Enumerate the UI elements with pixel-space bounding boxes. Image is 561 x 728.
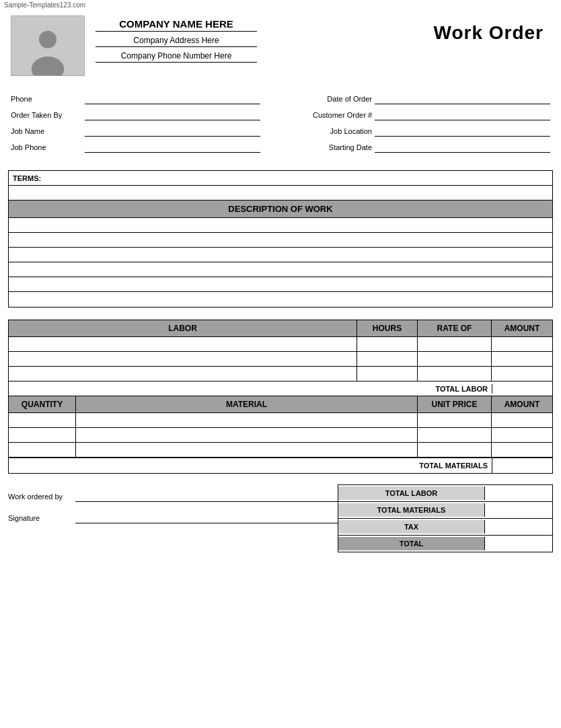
summary-total-materials-row: TOTAL MATERIALS <box>338 502 552 519</box>
labor-col-hours: HOURS <box>357 320 418 336</box>
labor-cell-rate-1[interactable] <box>418 337 492 351</box>
total-materials-amount[interactable] <box>492 458 552 473</box>
signature-label: Signature <box>8 514 75 522</box>
desc-row-3 <box>9 248 552 262</box>
labor-cell-rate-2[interactable] <box>418 352 492 366</box>
mat-cell-price-2[interactable] <box>418 428 492 442</box>
desc-header: DESCRIPTION OF WORK <box>9 201 552 218</box>
mat-cell-qty-3[interactable] <box>9 443 76 457</box>
mat-cell-qty-2[interactable] <box>9 428 76 442</box>
total-labor-label: TOTAL LABOR <box>9 385 492 393</box>
svg-point-0 <box>39 31 57 48</box>
summary-tax-label: TAX <box>338 520 485 534</box>
labor-cell-amount-1[interactable] <box>492 337 552 351</box>
mat-row-1 <box>9 413 552 428</box>
mat-cell-price-3[interactable] <box>418 443 492 457</box>
mat-col-qty: QUANTITY <box>9 396 76 412</box>
starting-date-input[interactable] <box>375 142 550 153</box>
labor-row-1 <box>9 337 552 352</box>
job-phone-input[interactable] <box>85 142 260 153</box>
labor-cell-rate-3[interactable] <box>418 367 492 381</box>
mat-cell-material-2[interactable] <box>76 428 418 442</box>
total-materials-label: TOTAL MATERIALS <box>9 462 492 470</box>
work-ordered-row: Work ordered by <box>8 491 338 502</box>
labor-cell-amount-3[interactable] <box>492 367 552 381</box>
mat-cell-material-1[interactable] <box>76 413 418 427</box>
summary-total-materials-value[interactable] <box>485 502 552 518</box>
summary-total-labor-row: TOTAL LABOR <box>338 485 552 502</box>
summary-total-labor-label: TOTAL LABOR <box>338 486 485 500</box>
terms-label: TERMS: <box>13 174 41 182</box>
svg-point-1 <box>32 57 65 75</box>
signature-row: Signature <box>8 513 338 523</box>
job-location-label: Job Location <box>287 127 375 135</box>
labor-cell-hours-3[interactable] <box>357 367 418 381</box>
mat-cell-amount-2[interactable] <box>492 428 552 442</box>
labor-cell-amount-2[interactable] <box>492 352 552 366</box>
materials-header-row: QUANTITY MATERIAL UNIT PRICE AMOUNT <box>9 396 552 413</box>
labor-header-row: LABOR HOURS RATE OF AMOUNT <box>9 320 552 337</box>
signature-input[interactable] <box>75 513 338 523</box>
total-labor-amount[interactable] <box>492 384 552 394</box>
total-labor-row: TOTAL LABOR <box>9 381 552 396</box>
labor-cell-labor-1[interactable] <box>9 337 357 351</box>
order-taken-row: Order Taken By Customer Order # <box>11 110 550 120</box>
terms-section: TERMS: DESCRIPTION OF WORK <box>8 170 553 307</box>
header: COMPANY NAME HERE Company Address Here C… <box>0 10 561 81</box>
summary-section: Work ordered by Signature TOTAL LABOR TO… <box>8 484 553 552</box>
mat-cell-qty-1[interactable] <box>9 413 76 427</box>
order-taken-label: Order Taken By <box>11 111 85 119</box>
job-name-row: Job Name Job Location <box>11 126 550 137</box>
summary-total-materials-label: TOTAL MATERIALS <box>338 503 485 517</box>
labor-col-labor: LABOR <box>9 320 357 336</box>
total-materials-row: TOTAL MATERIALS <box>9 458 552 473</box>
desc-row-6 <box>9 292 552 307</box>
date-of-order-label: Date of Order <box>287 95 375 103</box>
date-of-order-input[interactable] <box>375 94 550 104</box>
order-taken-input[interactable] <box>85 110 260 120</box>
labor-col-rate: RATE OF <box>418 320 492 336</box>
summary-total-labor-value[interactable] <box>485 485 552 501</box>
labor-cell-labor-2[interactable] <box>9 352 357 366</box>
summary-total-label: TOTAL <box>338 537 485 550</box>
labor-cell-labor-3[interactable] <box>9 367 357 381</box>
desc-row-5 <box>9 277 552 292</box>
mat-cell-price-1[interactable] <box>418 413 492 427</box>
watermark: Sample-Templates123.com <box>0 0 561 10</box>
summary-tax-value[interactable] <box>485 519 552 535</box>
job-name-input[interactable] <box>85 126 260 137</box>
terms-label-row: TERMS: <box>9 171 552 186</box>
labor-cell-hours-2[interactable] <box>357 352 418 366</box>
company-name: COMPANY NAME HERE <box>96 18 257 32</box>
mat-col-material: MATERIAL <box>76 396 418 412</box>
summary-total-row: TOTAL <box>338 536 552 552</box>
labor-col-amount: AMOUNT <box>492 320 552 336</box>
terms-row-1 <box>9 186 552 201</box>
labor-row-3 <box>9 367 552 381</box>
avatar <box>11 16 84 75</box>
company-address: Company Address Here <box>96 36 257 47</box>
form-section: Phone Date of Order Order Taken By Custo… <box>0 81 561 163</box>
mat-col-amount: AMOUNT <box>492 396 552 412</box>
job-location-input[interactable] <box>375 126 550 137</box>
mat-cell-amount-3[interactable] <box>492 443 552 457</box>
labor-cell-hours-1[interactable] <box>357 337 418 351</box>
summary-total-value[interactable] <box>485 536 552 552</box>
logo-box <box>11 15 85 76</box>
desc-row-4 <box>9 262 552 277</box>
job-phone-label: Job Phone <box>11 143 85 151</box>
mat-row-3 <box>9 443 552 458</box>
job-name-label: Job Name <box>11 127 85 135</box>
mat-col-price: UNIT PRICE <box>418 396 492 412</box>
customer-order-input[interactable] <box>375 110 550 120</box>
mat-cell-material-3[interactable] <box>76 443 418 457</box>
customer-order-label: Customer Order # <box>287 111 375 119</box>
labor-section: LABOR HOURS RATE OF AMOUNT TOTAL LABOR Q… <box>8 320 553 474</box>
job-phone-row: Job Phone Starting Date <box>11 142 550 153</box>
phone-input[interactable] <box>85 94 260 104</box>
work-ordered-label: Work ordered by <box>8 493 75 501</box>
work-ordered-input[interactable] <box>75 491 338 502</box>
summary-table: TOTAL LABOR TOTAL MATERIALS TAX TOTAL <box>338 484 553 552</box>
mat-cell-amount-1[interactable] <box>492 413 552 427</box>
signature-area: Work ordered by Signature <box>8 484 338 534</box>
